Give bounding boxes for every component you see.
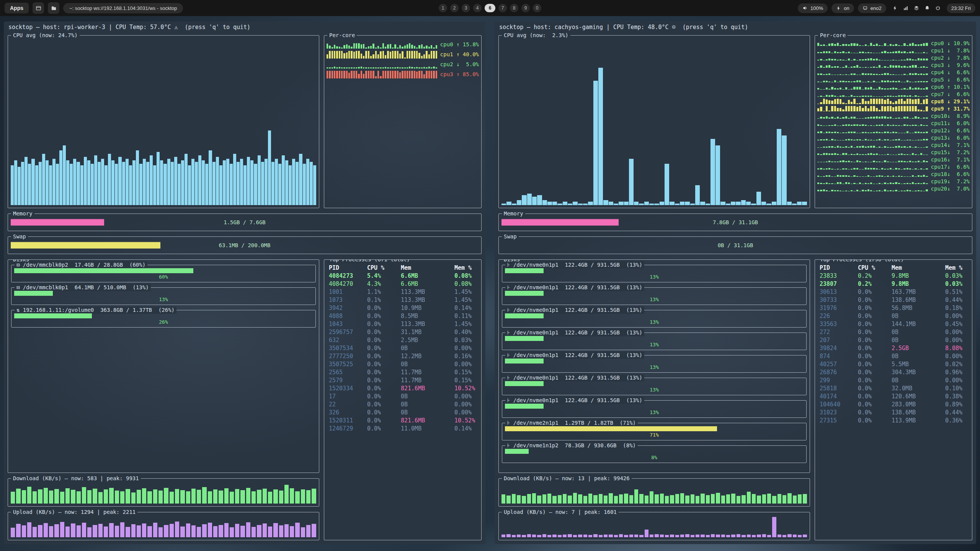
bar: [250, 160, 253, 205]
bar: [94, 155, 97, 205]
bar: [817, 162, 819, 163]
bar: [887, 46, 889, 46]
workspace-button-2[interactable]: 2: [450, 4, 459, 12]
bar: [230, 527, 234, 537]
bar: [920, 140, 922, 140]
bar: [563, 535, 567, 537]
bar: [912, 169, 914, 170]
disk-pct-label: 13%: [502, 387, 806, 393]
bar: [834, 51, 836, 53]
bar: [834, 99, 836, 104]
bar: [93, 525, 97, 537]
disks-panel: Disks ⊟ /dev/mmcblk0p2 17.4GB / 28.8GB (…: [8, 259, 319, 473]
bar: [898, 154, 900, 155]
bar: [146, 162, 149, 205]
bar: [377, 71, 379, 78]
bar: [394, 51, 396, 59]
bar: [912, 140, 914, 141]
volume-indicator[interactable]: 100%: [798, 3, 828, 13]
bar: [747, 492, 751, 504]
performance-icon[interactable]: [892, 5, 898, 11]
bar: [926, 176, 928, 177]
bar: [892, 65, 894, 68]
bar: [856, 124, 858, 126]
bar: [52, 159, 56, 205]
top-processes-panel-title: Top Processes (1790 total): [818, 259, 906, 263]
bar: [890, 88, 892, 90]
disk-pct-label: 26%: [11, 319, 315, 325]
bar: [823, 99, 825, 104]
bar: [63, 145, 66, 205]
bar: [859, 67, 861, 68]
bar: [862, 99, 864, 104]
layers-icon[interactable]: [914, 5, 919, 11]
workspace-button-1[interactable]: 1: [439, 4, 447, 12]
stats-icon[interactable]: [903, 5, 908, 11]
workspace-button-9[interactable]: 9: [521, 4, 530, 12]
cell: 32.0MB: [892, 385, 945, 393]
bar: [912, 88, 914, 90]
bar: [898, 133, 900, 134]
per-core-row: cpu0 ↑ 15.8%: [327, 39, 479, 49]
bar: [380, 67, 381, 68]
bar: [820, 82, 822, 83]
network-indicator[interactable]: eno2: [858, 3, 886, 13]
bar: [901, 126, 903, 126]
window-button[interactable]: [33, 2, 44, 14]
workspace-button-4[interactable]: 4: [473, 4, 482, 12]
bar: [876, 116, 878, 119]
power-icon[interactable]: [935, 5, 941, 11]
disk-pct-label: 8%: [502, 455, 806, 460]
bar: [522, 535, 526, 537]
apps-button[interactable]: Apps: [5, 3, 29, 13]
power-profile-indicator[interactable]: on: [831, 3, 854, 13]
bar: [923, 88, 925, 90]
workspace-button-8[interactable]: 8: [510, 4, 518, 12]
cell: 0.18%: [945, 305, 967, 313]
bar: [397, 51, 399, 59]
cpu-avg-panel-title: CPU avg (now: 24.7%): [11, 32, 80, 39]
clock[interactable]: 23:32 Fri: [947, 3, 975, 13]
disk-usage-bar: [14, 313, 313, 318]
process-row: 238070.2%9.8MB0.03%: [820, 280, 967, 289]
bar: [230, 164, 233, 205]
disk-title: ⊦ /dev/nvme2n1p1 1.29TB / 1.82TB (71%): [505, 419, 638, 427]
per-core-panel-title: Per-core: [327, 32, 357, 39]
bar: [848, 183, 850, 184]
bar: [392, 47, 394, 49]
bar: [859, 106, 861, 111]
notifications-icon[interactable]: [924, 5, 930, 11]
bar: [377, 67, 379, 68]
files-button[interactable]: [48, 2, 59, 14]
per-core-row: cpu3 ↑ 85.0%: [327, 69, 479, 79]
cell: 9.8MB: [892, 280, 945, 289]
workspace-button-3[interactable]: 3: [462, 4, 470, 12]
bar: [881, 162, 883, 163]
workspace-button-6[interactable]: 6: [485, 4, 495, 12]
bar: [639, 535, 643, 537]
active-window-title[interactable]: ~: socktop ws://192.168.1.104:3031/ws - …: [63, 3, 183, 13]
workspace-button-0[interactable]: 0: [533, 4, 541, 12]
cell: 0.15%: [454, 369, 477, 377]
cell: 40174: [820, 393, 858, 401]
per-core-label: cpu3 ↑ 85.0%: [440, 72, 479, 77]
bar: [920, 81, 922, 82]
bar: [706, 535, 710, 537]
bar: [397, 71, 399, 78]
bar: [842, 103, 844, 104]
download-panel: Download (KB/s) — now: 583 | peak: 9931: [8, 478, 319, 507]
bar: [279, 525, 283, 537]
disk-item: ⊟ /dev/mmcblk0p2 17.4GB / 28.8GB (60%)60…: [11, 265, 316, 282]
bar: [542, 534, 546, 537]
cell: 0B: [401, 393, 454, 401]
disk-title: ⊦ /dev/nvme0n1p1 122.4GB / 931.5GB (13%): [505, 329, 644, 336]
cell: 207: [820, 337, 858, 345]
terminal-window-rpi-worker-3[interactable]: socktop — host: rpi-worker-3 | CPU Temp:…: [4, 21, 485, 544]
per-core-panel-title: Per-core: [818, 32, 848, 39]
workspace-button-7[interactable]: 7: [498, 4, 507, 12]
bar: [834, 184, 836, 184]
bar: [826, 88, 828, 90]
bar: [645, 496, 648, 504]
terminal-window-cachyos-gaming[interactable]: socktop — host: cachyos-gaming | CPU Tem…: [495, 21, 976, 544]
bar: [831, 75, 833, 75]
